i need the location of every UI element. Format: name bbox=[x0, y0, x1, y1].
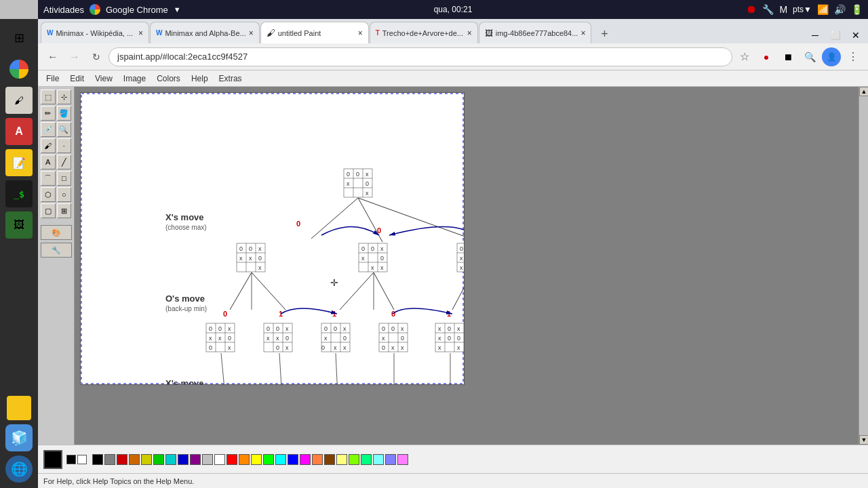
polygon-tool[interactable]: ⬡ bbox=[41, 187, 56, 202]
extension-icon3[interactable]: 🔍 bbox=[800, 47, 819, 66]
color-swatch-orange[interactable] bbox=[129, 454, 140, 465]
eyedropper-tool[interactable]: 💉 bbox=[41, 122, 56, 137]
foreground-color[interactable] bbox=[66, 455, 76, 464]
bookmark-icon[interactable]: ☆ bbox=[735, 47, 754, 66]
color-swatch-white[interactable] bbox=[214, 454, 225, 465]
tab2-close[interactable]: × bbox=[249, 28, 254, 38]
color-swatch-green[interactable] bbox=[153, 454, 164, 465]
tab-paint[interactable]: 🖌 untitled Paint × bbox=[260, 22, 369, 43]
extra-tool2[interactable]: 🔧 bbox=[41, 243, 72, 258]
back-button[interactable]: ← bbox=[43, 47, 62, 66]
fill-tool[interactable]: 🪣 bbox=[57, 106, 72, 121]
tab3-close[interactable]: × bbox=[358, 28, 363, 38]
navigation-toolbar: ← → ↻ jspaint.app/#local:2eca1cc9f4527 ☆… bbox=[38, 43, 868, 70]
menu-help[interactable]: Help bbox=[186, 73, 214, 85]
new-tab-button[interactable]: + bbox=[595, 24, 614, 43]
color-swatch-ltyellow2[interactable] bbox=[336, 454, 347, 465]
color-swatch-cyan[interactable] bbox=[165, 454, 176, 465]
scroll-up-btn[interactable]: ▲ bbox=[859, 87, 868, 96]
menu-file[interactable]: File bbox=[41, 73, 64, 85]
menu-edit[interactable]: Edit bbox=[64, 73, 90, 85]
canvas-area[interactable]: 0 0 x x 0 x X's move (choose max) bbox=[75, 87, 859, 445]
color-swatch-ltlime[interactable] bbox=[349, 454, 359, 465]
right-scrollbar[interactable]: ▲ ▼ bbox=[859, 87, 868, 445]
menu-extras[interactable]: Extras bbox=[214, 73, 248, 85]
text-tool[interactable]: A bbox=[41, 155, 56, 169]
color-swatch-mint[interactable] bbox=[361, 454, 372, 465]
ellipse-tool[interactable]: ○ bbox=[57, 187, 72, 202]
notes-app-icon[interactable]: 📝 bbox=[5, 149, 33, 176]
select-free-tool[interactable]: ⊹ bbox=[57, 89, 72, 104]
color-swatch-ltaqua[interactable] bbox=[373, 454, 384, 465]
tab-img[interactable]: 🖼 img-4b86ee777abce84... × bbox=[479, 22, 592, 43]
select-rect-tool[interactable]: ⬚ bbox=[41, 89, 56, 104]
extension-icon1[interactable]: ● bbox=[757, 47, 776, 66]
menu-image[interactable]: Image bbox=[118, 73, 151, 85]
tab1-close[interactable]: × bbox=[138, 28, 143, 38]
curve-tool[interactable]: ⌒ bbox=[41, 171, 56, 186]
close-button[interactable]: ✕ bbox=[846, 27, 865, 43]
extra-tool[interactable]: ⊞ bbox=[57, 203, 72, 218]
scroll-down-btn[interactable]: ▼ bbox=[859, 435, 868, 445]
tab-trecho[interactable]: T Trecho+de+Arvore+de... × bbox=[370, 22, 478, 43]
reload-button[interactable]: ↻ bbox=[87, 47, 106, 66]
image-viewer-icon[interactable]: 🖼 bbox=[5, 211, 33, 239]
color-swatch-brown[interactable] bbox=[324, 454, 335, 465]
menu-colors[interactable]: Colors bbox=[151, 73, 186, 85]
minimize-button[interactable]: ─ bbox=[806, 27, 825, 43]
record-icon[interactable]: ⏺ bbox=[746, 3, 757, 16]
globe-icon[interactable]: 🌐 bbox=[5, 455, 33, 483]
tab5-close[interactable]: × bbox=[580, 28, 585, 38]
color-swatch-ltgreen[interactable] bbox=[263, 454, 274, 465]
terminal-icon[interactable]: _$ bbox=[5, 180, 33, 207]
svg-text:0: 0 bbox=[239, 245, 243, 252]
maximize-button[interactable]: ⬜ bbox=[826, 27, 845, 43]
tab-minimax-wiki[interactable]: W Minimax - Wikipédia, ... × bbox=[41, 22, 149, 43]
color-swatch-darkgray[interactable] bbox=[104, 454, 115, 465]
paint-app-icon[interactable]: 🖌 bbox=[5, 87, 33, 114]
svg-text:x: x bbox=[343, 344, 347, 351]
brush-tool[interactable]: 🖌 bbox=[41, 138, 56, 153]
color-swatch-blue[interactable] bbox=[178, 454, 189, 465]
pencil-tool[interactable]: ✏ bbox=[41, 106, 56, 121]
rect-tool[interactable]: □ bbox=[57, 171, 72, 186]
color-swatch-ltcyan[interactable] bbox=[275, 454, 286, 465]
tab5-favicon: 🖼 bbox=[485, 28, 493, 38]
address-bar[interactable]: jspaint.app/#local:2eca1cc9f4527 bbox=[108, 47, 732, 66]
app-grid-icon[interactable]: ⊞ bbox=[5, 24, 33, 52]
profile-icon[interactable]: 👤 bbox=[822, 47, 841, 66]
magnifier-tool[interactable]: 🔍 bbox=[57, 122, 72, 137]
chrome-app-icon[interactable] bbox=[5, 56, 33, 83]
color-swatch-red[interactable] bbox=[117, 454, 127, 465]
menu-view[interactable]: View bbox=[90, 73, 118, 85]
background-color[interactable] bbox=[77, 455, 87, 464]
color-swatch-peach[interactable] bbox=[312, 454, 323, 465]
rounded-rect-tool[interactable]: ▢ bbox=[41, 203, 56, 218]
forward-button[interactable]: → bbox=[65, 47, 84, 66]
line-tool[interactable]: ╱ bbox=[57, 155, 72, 169]
cube-icon[interactable]: 🧊 bbox=[5, 424, 33, 451]
color-swatch-lightgray[interactable] bbox=[202, 454, 213, 465]
color-swatch-purple[interactable] bbox=[190, 454, 201, 465]
extension-icon2[interactable]: ⏹ bbox=[778, 47, 797, 66]
color-swatch-black[interactable] bbox=[92, 454, 103, 465]
color-swatch-ltblue[interactable] bbox=[288, 454, 298, 465]
sticky-note-icon[interactable] bbox=[7, 396, 31, 420]
color-picker-tool[interactable]: 🎨 bbox=[41, 225, 72, 240]
svg-line-63 bbox=[252, 272, 285, 310]
tab-minimax-alpha[interactable]: W Minimax and Alpha-Be... × bbox=[150, 22, 260, 43]
color-swatch-lavender[interactable] bbox=[385, 454, 396, 465]
color-swatch-yellow[interactable] bbox=[141, 454, 152, 465]
color-swatch-ltorange[interactable] bbox=[239, 454, 250, 465]
tab4-close[interactable]: × bbox=[467, 28, 472, 38]
color-swatch-ltred[interactable] bbox=[226, 454, 237, 465]
color-swatch-ltmagenta[interactable] bbox=[397, 454, 408, 465]
color-swatch-ltyellow[interactable] bbox=[251, 454, 262, 465]
paint-canvas[interactable]: 0 0 x x 0 x X's move (choose max) bbox=[80, 92, 465, 385]
color-swatch-magenta[interactable] bbox=[300, 454, 311, 465]
activities-label[interactable]: Atividades bbox=[43, 5, 84, 15]
svg-text:0: 0 bbox=[285, 335, 289, 342]
more-options-button[interactable]: ⋮ bbox=[844, 47, 863, 66]
airbrush-tool[interactable]: · bbox=[57, 138, 72, 153]
text-app-icon[interactable]: A bbox=[5, 118, 33, 145]
